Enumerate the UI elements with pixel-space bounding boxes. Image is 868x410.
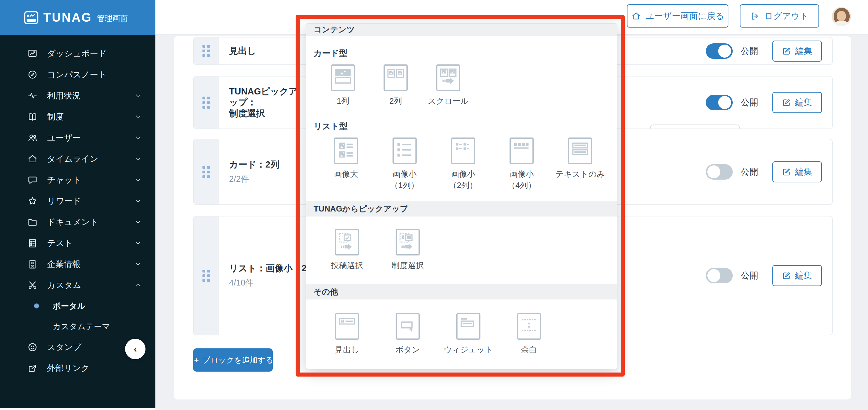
block-count: 2/2件 [229, 173, 280, 184]
brand-suffix: 管理画面 [97, 13, 128, 24]
sidebar-item-reward[interactable]: リワード [0, 191, 155, 211]
pickup-seido-icon [396, 229, 420, 256]
user-avatar[interactable] [832, 7, 851, 26]
sidebar-subitem-label: カスタムテーマ [53, 321, 110, 332]
publish-toggle[interactable] [706, 164, 733, 180]
edit-button[interactable]: 編集 [772, 40, 822, 62]
drag-handle[interactable] [194, 139, 219, 204]
card-2col-icon [383, 64, 408, 91]
publish-toggle[interactable] [706, 268, 733, 283]
sidebar-item-external-link[interactable]: 外部リンク [0, 358, 155, 379]
edit-pencil-icon [782, 98, 791, 107]
tile-other-widget[interactable]: ウィジェット [438, 313, 499, 355]
pickup-post-icon [335, 229, 359, 256]
drag-handle[interactable] [194, 77, 219, 128]
tile-card-1col[interactable]: 1列 [317, 64, 369, 107]
sidebar-item-usage[interactable]: 利用状況 [0, 85, 155, 106]
tile-other-heading[interactable]: T 見出し [317, 313, 377, 355]
block-title: 見出し [229, 46, 256, 56]
sidebar-item-custom[interactable]: カスタム [0, 275, 155, 296]
edit-button[interactable]: 編集 [772, 92, 822, 113]
tile-other-space[interactable]: 余白 [499, 313, 559, 355]
tile-label: 2列 [390, 96, 402, 107]
tile-list-image-small-2col[interactable]: 画像小 （2列） [434, 138, 492, 191]
tile-list-text-only[interactable]: テキストのみ [551, 138, 610, 180]
tile-label: 1列 [337, 96, 349, 107]
back-to-user-screen-button[interactable]: ユーザー画面に戻る [627, 4, 728, 28]
sidebar-item-compass-note[interactable]: コンパスノート [0, 64, 155, 85]
chevron-down-icon [134, 134, 142, 142]
sidebar-brand[interactable]: TUNAG 管理画面 [0, 0, 155, 35]
brand-name: TUNAG [43, 10, 92, 25]
users-icon [27, 133, 38, 143]
back-button-label: ユーザー画面に戻る [645, 10, 724, 22]
tile-card-scroll[interactable]: スクロール [422, 64, 474, 107]
chevron-down-icon [134, 113, 142, 120]
sidebar-subitem-custom-theme[interactable]: カスタムテーマ [0, 316, 155, 336]
drag-handle[interactable] [194, 216, 219, 335]
logout-icon [750, 11, 760, 21]
folder-icon [27, 217, 38, 227]
space-block-icon [517, 313, 541, 340]
bottom-strip [0, 408, 155, 410]
heading-block-icon: T [335, 313, 359, 340]
tile-label-line2: （4列） [507, 180, 536, 191]
dashboard-icon [27, 48, 38, 59]
publish-toggle[interactable] [706, 43, 733, 59]
sidebar-item-dashboard[interactable]: ダッシュボード [0, 43, 155, 64]
widget-block-icon [456, 313, 480, 340]
sidebar-item-label: ドキュメント [47, 216, 98, 228]
tile-pickup-seido[interactable]: 制度選択 [377, 229, 438, 271]
tile-label: スクロール [428, 96, 469, 107]
edit-pencil-icon [782, 271, 791, 280]
admin-page: TUNAG 管理画面 ダッシュボード コンパスノート 利用状況 制度 [0, 0, 868, 410]
list-image-small-1col-icon [393, 138, 417, 164]
publish-label: 公開 [741, 45, 758, 57]
tile-list-image-large[interactable]: 画像大 [317, 138, 375, 180]
sidebar-item-users[interactable]: ユーザー [0, 127, 155, 148]
tile-label-line2: （1列） [390, 180, 419, 191]
edit-button[interactable]: 編集 [772, 162, 822, 182]
avatar-art [834, 21, 848, 26]
sidebar-item-label: リワード [47, 196, 81, 207]
tile-pickup-post[interactable]: 投稿選択 [317, 229, 377, 271]
tile-label: ウィジェット [443, 345, 493, 355]
logout-button[interactable]: ログアウト [740, 4, 819, 28]
list-image-large-icon [334, 138, 358, 164]
sidebar-collapse-button[interactable]: ‹ [125, 339, 146, 359]
sidebar-item-label: ユーザー [47, 132, 81, 143]
sidebar-subitem-portal[interactable]: ポータル [0, 296, 155, 316]
sidebar-item-test[interactable]: テスト [0, 233, 155, 254]
sidebar-item-document[interactable]: ドキュメント [0, 211, 155, 233]
edit-button[interactable]: 編集 [772, 265, 822, 286]
sidebar-item-label: カスタム [47, 280, 82, 291]
chat-icon [27, 175, 38, 185]
home-icon [631, 11, 641, 21]
sidebar-item-label: チャット [47, 174, 82, 185]
chevron-up-icon [134, 282, 142, 289]
tile-list-image-small-1col[interactable]: 画像小 （1列） [375, 138, 434, 191]
publish-toggle[interactable] [706, 95, 733, 110]
scissors-icon [27, 280, 38, 290]
sidebar-item-company[interactable]: 企業情報 [0, 254, 155, 275]
smiley-icon [27, 342, 38, 352]
add-block-label: ＋ ブロックを追加する [192, 355, 273, 365]
sidebar-nav: ダッシュボード コンパスノート 利用状況 制度 ユーザー [0, 35, 155, 379]
logout-button-label: ログアウト [764, 10, 809, 22]
sidebar-item-timeline[interactable]: タイムライン [0, 148, 155, 169]
drag-handle[interactable] [194, 37, 219, 64]
group-label-card: カード型 [314, 48, 610, 59]
collapse-chevron: ‹ [134, 344, 137, 354]
add-block-button[interactable]: ＋ ブロックを追加する [193, 348, 273, 372]
sidebar-item-chat[interactable]: チャット [0, 169, 155, 191]
tile-list-image-small-4col[interactable]: 画像小 （4列） [493, 138, 551, 191]
pickup-section-label: TUNAGからピックアップ [314, 203, 408, 214]
activity-icon [27, 90, 38, 101]
edit-button-label: 編集 [795, 45, 812, 57]
tile-other-button[interactable]: ボタン [377, 313, 438, 355]
tile-card-2col[interactable]: 2列 [369, 64, 422, 107]
chevron-down-icon [134, 155, 142, 163]
edit-button-label: 編集 [795, 270, 812, 282]
sidebar-item-seido[interactable]: 制度 [0, 106, 155, 127]
sidebar-item-label: 制度 [47, 111, 64, 122]
